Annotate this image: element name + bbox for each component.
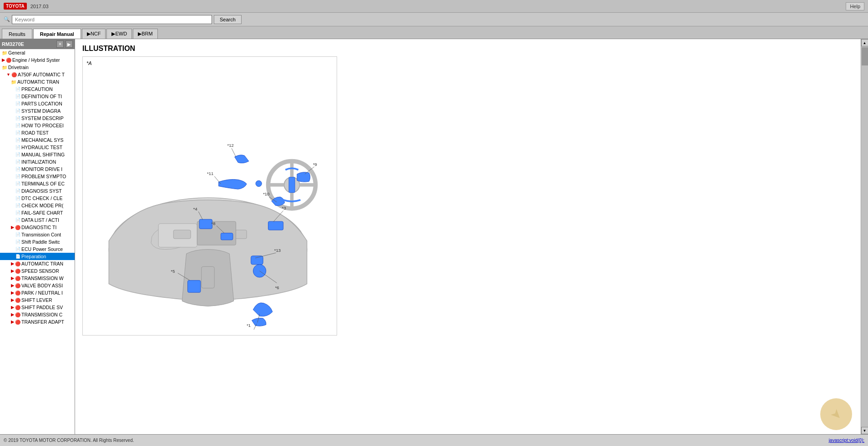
red-folder-icon: 🔴 — [15, 261, 20, 266]
tree-label-6: DEFINITION OF TI — [21, 94, 62, 99]
doc-icon: 📄 — [15, 138, 20, 142]
tree-item-36[interactable]: ▶🔴TRANSMISSION C — [0, 311, 75, 318]
folder-icon: 📁 — [11, 80, 16, 85]
tree-item-6[interactable]: 📄DEFINITION OF TI — [0, 93, 75, 100]
tree-item-30[interactable]: ▶🔴SPEED SENSOR — [0, 267, 75, 275]
svg-point-15 — [256, 180, 262, 186]
tree-item-35[interactable]: ▶🔴SHIFT PADDLE SV — [0, 304, 75, 311]
tab-brm[interactable]: ▶BRM — [133, 29, 157, 39]
tree-label-17: PROBLEM SYMPTO — [21, 174, 66, 179]
help-button[interactable]: Help — [846, 2, 864, 10]
tree-item-21[interactable]: 📄CHECK MODE PR( — [0, 202, 75, 209]
part-11 — [219, 179, 262, 189]
tree-item-20[interactable]: 📄DTC CHECK / CLE — [0, 195, 75, 202]
tree-label-34: SHIFT LEVER — [21, 297, 52, 303]
search-keyword-icon: 🔍 — [4, 16, 10, 22]
tree-item-34[interactable]: ▶🔴SHIFT LEVER — [0, 296, 75, 304]
tab-repair-manual[interactable]: Repair Manual — [33, 29, 81, 39]
panel-close-button[interactable]: × — [56, 40, 64, 48]
doc-icon: 📄 — [15, 203, 20, 208]
tree-item-9[interactable]: 📄SYSTEM DESCRIP — [0, 115, 75, 122]
red-folder-icon: 🔴 — [15, 291, 20, 296]
tree-item-3[interactable]: ▼🔴A750F AUTOMATIC T — [0, 71, 75, 78]
panel-expand-button[interactable]: ▶ — [66, 40, 73, 48]
doc-icon: 📄 — [15, 130, 20, 135]
tree-item-5[interactable]: 📄PRECAUTION — [0, 85, 75, 93]
part-3 — [268, 221, 283, 230]
tree-item-8[interactable]: 📄SYSTEM DIAGRA — [0, 107, 75, 115]
red-folder-icon: 🔴 — [15, 269, 20, 274]
folder-icon: 📁 — [2, 50, 7, 55]
illustration-svg: *12 *11 *10 *9 *3 — [87, 66, 328, 330]
tree-item-11[interactable]: 📄ROAD TEST — [0, 129, 75, 136]
doc-icon: 📄 — [15, 210, 20, 215]
tree-label-0: General — [8, 50, 25, 55]
svg-line-16 — [232, 148, 236, 157]
tree-item-15[interactable]: 📄INITIALIZATION — [0, 158, 75, 165]
tree-item-22[interactable]: 📄FAIL-SAFE CHART — [0, 209, 75, 216]
tree-item-37[interactable]: ▶🔴TRANSFER ADAPT — [0, 318, 75, 326]
tree-item-27[interactable]: 📄ECU Power Source — [0, 246, 75, 253]
tree-label-7: PARTS LOCATION — [21, 101, 62, 106]
tree-item-1[interactable]: ▶🔴Engine / Hybrid Syster — [0, 56, 75, 64]
tree-label-9: SYSTEM DESCRIP — [21, 115, 64, 121]
tree-label-8: SYSTEM DIAGRA — [21, 108, 61, 114]
tree-item-4[interactable]: 📁AUTOMATIC TRAN — [0, 78, 75, 85]
tree-item-32[interactable]: ▶🔴VALVE BODY ASSI — [0, 282, 75, 289]
tree-item-28[interactable]: 📄Preparation — [0, 253, 75, 260]
tree-item-10[interactable]: 📄HOW TO PROCEEI — [0, 122, 75, 129]
watermark-circle: ➤ — [820, 398, 852, 430]
expand-icon: ▶ — [11, 320, 14, 324]
scroll-thumb[interactable] — [862, 47, 868, 65]
tree-item-26[interactable]: 📄Shift Paddle Switc — [0, 238, 75, 246]
main-scroll-area[interactable]: ILLUSTRATION *A — [75, 39, 861, 434]
expand-icon: ▶ — [11, 276, 14, 281]
tree-item-16[interactable]: 📄MONITOR DRIVE I — [0, 165, 75, 173]
doc-icon: 📄 — [15, 196, 20, 200]
tree-label-5: PRECAUTION — [21, 86, 53, 92]
tab-results[interactable]: Results — [2, 29, 32, 39]
illustration-frame: *A — [82, 56, 337, 336]
search-input[interactable] — [12, 15, 212, 24]
watermark: ➤ — [809, 396, 863, 432]
tree-item-17[interactable]: 📄PROBLEM SYMPTO — [0, 173, 75, 180]
tree-item-18[interactable]: 📄TERMINALS OF EC — [0, 180, 75, 187]
tree-item-12[interactable]: 📄MECHANICAL SYS — [0, 136, 75, 144]
tree-item-25[interactable]: 📄Transmission Cont — [0, 231, 75, 238]
tree-item-33[interactable]: ▶🔴PARK / NEUTRAL I — [0, 289, 75, 296]
tree-item-24[interactable]: ▶🔴DIAGNOSTIC TI — [0, 224, 75, 231]
status-link[interactable]: javascript:void(0); — [829, 438, 864, 443]
tree-label-35: SHIFT PADDLE SV — [21, 305, 63, 310]
right-scrollbar[interactable]: ▲ ▼ — [861, 39, 868, 434]
part-9 — [297, 172, 310, 182]
tab-ewd[interactable]: ▶EWD — [106, 29, 132, 39]
doc-icon: 📄 — [15, 116, 20, 120]
doc-icon: 📄 — [15, 167, 20, 171]
tree-item-0[interactable]: 📁General — [0, 49, 75, 56]
search-button[interactable]: Search — [214, 15, 242, 24]
section-title: ILLUSTRATION — [82, 45, 853, 53]
doc-icon: 📄 — [15, 218, 20, 222]
tree-item-23[interactable]: 📄DATA LIST / ACTI — [0, 216, 75, 224]
tree-label-36: TRANSMISSION C — [21, 312, 62, 317]
part-5 — [188, 281, 201, 293]
tree-item-13[interactable]: 📄HYDRAULIC TEST — [0, 144, 75, 151]
tree-label-18: TERMINALS OF EC — [21, 181, 65, 186]
tree-label-28: Preparation — [21, 254, 46, 259]
part-8 — [221, 233, 233, 240]
tree-label-10: HOW TO PROCEEI — [21, 123, 64, 128]
expand-icon: ▶ — [2, 58, 5, 62]
tree-label-1: Engine / Hybrid Syster — [12, 57, 60, 63]
tree-item-29[interactable]: ▶🔴AUTOMATIC TRAN — [0, 260, 75, 267]
tree-item-19[interactable]: 📄DIAGNOSIS SYST — [0, 187, 75, 195]
tab-ncf[interactable]: ▶NCF — [82, 29, 106, 39]
expand-icon: ▶ — [11, 312, 14, 317]
tree-item-14[interactable]: 📄MANUAL SHIFTING — [0, 151, 75, 158]
tree-item-2[interactable]: 📁Drivetrain — [0, 64, 75, 71]
scroll-up-button[interactable]: ▲ — [861, 39, 868, 46]
tree-item-7[interactable]: 📄PARTS LOCATION — [0, 100, 75, 107]
tree-item-31[interactable]: ▶🔴TRANSMISSION W — [0, 275, 75, 282]
tree-label-33: PARK / NEUTRAL I — [21, 290, 63, 296]
red-folder-icon: 🔴 — [15, 305, 20, 310]
tree-label-15: INITIALIZATION — [21, 159, 56, 165]
